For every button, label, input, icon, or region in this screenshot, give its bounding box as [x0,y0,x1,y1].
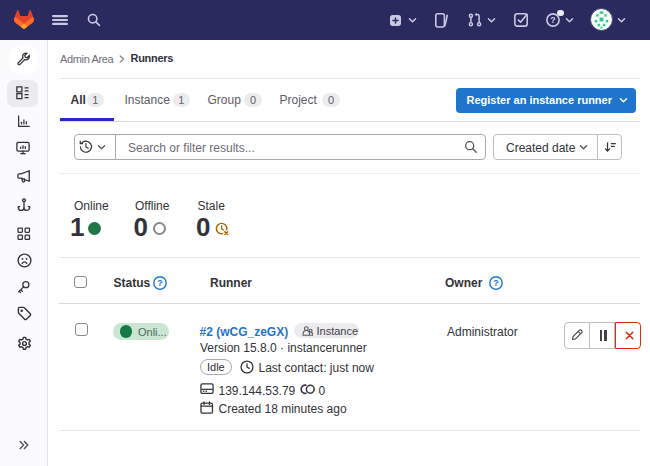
svg-text:?: ? [550,15,555,25]
svg-text:?: ? [493,277,499,288]
svg-text:?: ? [157,277,163,288]
